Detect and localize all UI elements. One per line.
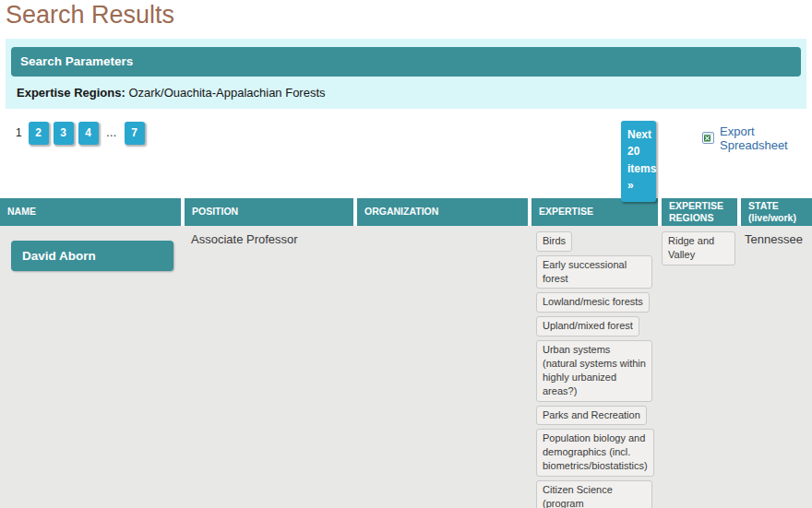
expertise-tag: Citizen Science (program management) [536, 480, 652, 508]
pagination-last-page-button[interactable]: 7 [125, 122, 145, 145]
name-cell: David Aborn [0, 226, 181, 271]
pagination-page-button[interactable]: 2 [29, 122, 49, 145]
search-parameters-header: Search Parameters [11, 47, 801, 77]
expertise-tag: Parks and Recreation [536, 406, 647, 426]
pagination-ellipsis: … [106, 126, 118, 139]
expertise-regions-label: Expertise Regions: [17, 86, 125, 100]
expertise-tag: Lowland/mesic forests [536, 292, 650, 313]
state-cell: Tennessee [741, 226, 812, 246]
pagination: 1 2 3 4 … 7 [16, 122, 149, 145]
expertise-regions-value: Ozark/Ouachita-Appalachian Forests [128, 86, 325, 100]
expertise-cell: Birds Early successional forest Lowland/… [531, 226, 658, 508]
organization-cell [357, 226, 528, 232]
expertise-tag: Population biology and demographics (inc… [536, 429, 654, 477]
table-row: David Aborn Associate Professor Birds Ea… [0, 226, 812, 508]
pagination-page-button[interactable]: 3 [54, 122, 74, 145]
expertise-tag: Upland/mixed forest [536, 316, 639, 337]
search-parameters-summary: Expertise Regions: Ozark/Ouachita-Appala… [17, 86, 801, 100]
expertise-tag: Birds [536, 231, 572, 252]
column-header-expertise: EXPERTISE [531, 198, 658, 226]
position-cell: Associate Professor [185, 226, 353, 246]
column-header-organization: ORGANIZATION [357, 198, 528, 226]
expertise-regions-cell: Ridge and Valley [662, 226, 737, 269]
pagination-page-button[interactable]: 4 [78, 122, 99, 145]
page-title: Search Results [6, 2, 812, 30]
expertise-region-tag: Ridge and Valley [662, 231, 735, 266]
export-spreadsheet-label: Export Spreadsheet [720, 124, 812, 152]
results-toolbar: 1 2 3 4 … 7 Next 20 items » Export Sprea… [0, 109, 812, 198]
excel-icon [702, 132, 714, 144]
expertise-tag: Early successional forest [536, 255, 652, 289]
person-name-button[interactable]: David Aborn [11, 241, 173, 271]
pagination-current-page: 1 [16, 126, 22, 139]
expertise-tag: Urban systems (natural systems within hi… [536, 340, 652, 401]
column-header-position: POSITION [185, 198, 353, 226]
column-header-state: STATE (live/work) [741, 198, 812, 226]
next-items-button[interactable]: Next 20 items » [621, 121, 656, 202]
column-header-expertise-regions: EXPERTISE REGIONS [662, 198, 737, 226]
search-parameters-panel: Search Parameters Expertise Regions: Oza… [6, 39, 806, 109]
export-spreadsheet-link[interactable]: Export Spreadsheet [702, 124, 812, 152]
results-table-header: NAME POSITION ORGANIZATION EXPERTISE EXP… [0, 198, 812, 226]
column-header-name: NAME [0, 198, 181, 226]
